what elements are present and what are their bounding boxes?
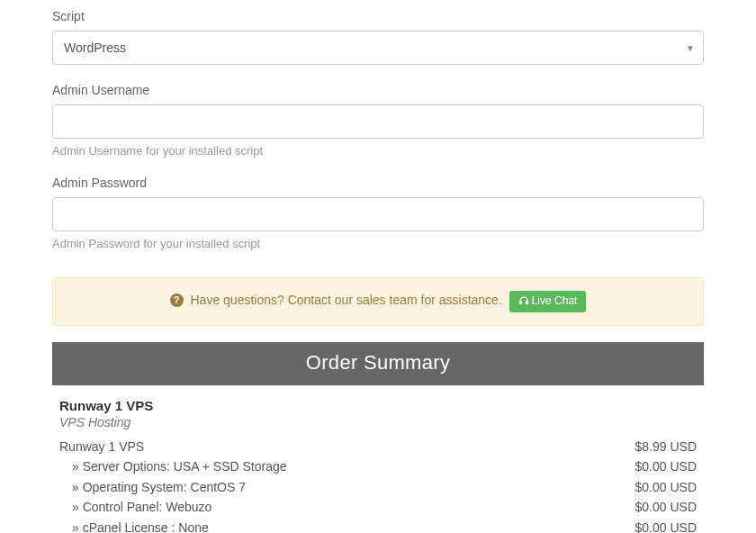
summary-line: Operating System: CentOS 7$0.00 USD — [59, 477, 697, 497]
summary-line: Server Options: USA + SSD Storage$0.00 U… — [59, 456, 697, 476]
admin-password-help: Admin Password for your installed script — [52, 237, 704, 250]
summary-line-price: $0.00 USD — [635, 456, 697, 476]
sales-alert: ? Have questions? Contact our sales team… — [52, 277, 704, 326]
live-chat-label: Live Chat — [532, 294, 578, 307]
field-script: Script WordPress ▼ — [52, 9, 704, 65]
summary-line-price: $8.99 USD — [635, 437, 697, 456]
summary-line-price: $0.00 USD — [635, 477, 697, 497]
product-category: VPS Hosting — [59, 415, 697, 429]
script-label: Script — [52, 9, 704, 23]
order-summary: Order Summary Runway 1 VPS VPS Hosting R… — [52, 342, 704, 533]
field-admin-username: Admin Username Admin Username for your i… — [52, 83, 704, 158]
svg-rect-0 — [519, 302, 521, 304]
headset-icon — [518, 295, 529, 309]
order-summary-title: Order Summary — [52, 342, 704, 385]
script-select[interactable]: WordPress — [52, 31, 704, 65]
summary-line-label: Runway 1 VPS — [59, 437, 635, 456]
alert-text: Have questions? Contact our sales team f… — [191, 293, 502, 307]
admin-username-help: Admin Username for your installed script — [52, 144, 704, 158]
order-summary-body: Runway 1 VPS VPS Hosting Runway 1 VPS$8.… — [52, 385, 704, 533]
admin-password-label: Admin Password — [52, 176, 704, 190]
summary-line-label: Control Panel: Webuzo — [59, 497, 635, 517]
summary-line-label: cPanel License : None — [59, 518, 635, 533]
summary-line-price: $0.00 USD — [635, 518, 697, 533]
field-admin-password: Admin Password Admin Password for your i… — [52, 176, 704, 250]
summary-lines: Runway 1 VPS$8.99 USDServer Options: USA… — [59, 437, 697, 533]
question-icon: ? — [170, 294, 184, 307]
summary-line-price: $0.00 USD — [635, 497, 697, 517]
summary-line: cPanel License : None$0.00 USD — [59, 518, 697, 533]
summary-line-label: Operating System: CentOS 7 — [59, 477, 635, 497]
admin-username-label: Admin Username — [52, 83, 704, 97]
admin-password-input[interactable] — [52, 197, 704, 231]
live-chat-button[interactable]: Live Chat — [509, 291, 587, 312]
admin-username-input[interactable] — [52, 104, 704, 139]
svg-rect-1 — [526, 302, 527, 304]
summary-line: Runway 1 VPS$8.99 USD — [59, 437, 697, 456]
product-name: Runway 1 VPS — [59, 398, 697, 413]
summary-line-label: Server Options: USA + SSD Storage — [59, 456, 635, 476]
script-select-wrap: WordPress ▼ — [52, 31, 704, 65]
summary-line: Control Panel: Webuzo$0.00 USD — [59, 497, 697, 517]
